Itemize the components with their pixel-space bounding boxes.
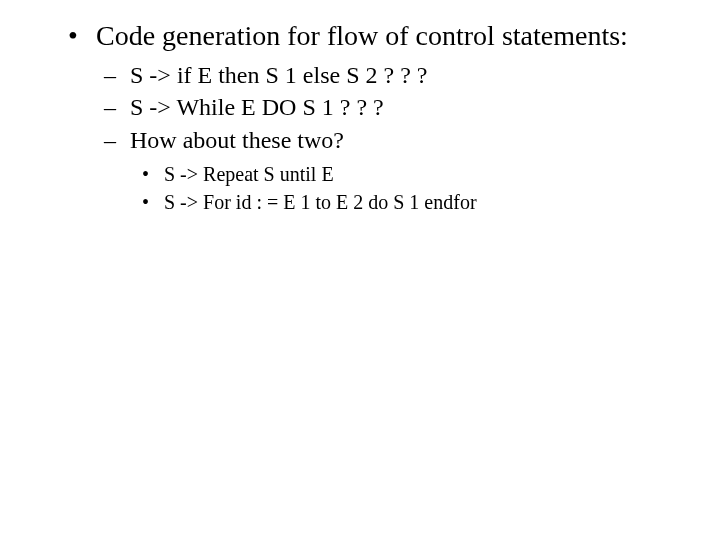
bullet-list-level2: S -> if E then S 1 else S 2 ? ? ? S -> W… bbox=[96, 59, 680, 216]
bullet-text: Code generation for flow of control stat… bbox=[96, 20, 628, 51]
bullet-text: S -> if E then S 1 else S 2 ? ? ? bbox=[130, 62, 427, 88]
list-item: S -> While E DO S 1 ? ? ? bbox=[96, 91, 680, 123]
list-item: S -> Repeat S until E bbox=[130, 160, 680, 188]
bullet-text: S -> For id : = E 1 to E 2 do S 1 endfor bbox=[164, 191, 477, 213]
list-item: Code generation for flow of control stat… bbox=[58, 18, 680, 216]
list-item: How about these two? S -> Repeat S until… bbox=[96, 124, 680, 216]
bullet-text: How about these two? bbox=[130, 127, 344, 153]
bullet-list-level1: Code generation for flow of control stat… bbox=[58, 18, 680, 216]
slide: Code generation for flow of control stat… bbox=[0, 0, 720, 540]
list-item: S -> if E then S 1 else S 2 ? ? ? bbox=[96, 59, 680, 91]
bullet-list-level3: S -> Repeat S until E S -> For id : = E … bbox=[130, 160, 680, 216]
bullet-text: S -> Repeat S until E bbox=[164, 163, 334, 185]
bullet-text: S -> While E DO S 1 ? ? ? bbox=[130, 94, 384, 120]
list-item: S -> For id : = E 1 to E 2 do S 1 endfor bbox=[130, 188, 680, 216]
